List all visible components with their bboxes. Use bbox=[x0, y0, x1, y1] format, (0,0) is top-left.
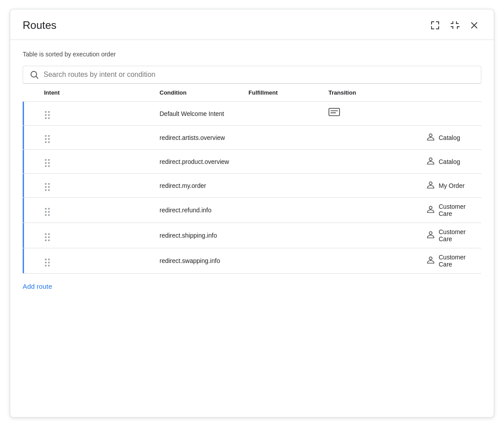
intent-cell: redirect.swapping.info bbox=[156, 248, 245, 274]
page-transition-icon bbox=[426, 231, 435, 240]
transition-value: Catalog bbox=[426, 157, 478, 166]
svg-point-6 bbox=[429, 158, 432, 160]
transition-value: Customer Care bbox=[426, 254, 478, 268]
header-icons bbox=[428, 18, 481, 32]
modal-title: Routes bbox=[23, 19, 56, 32]
svg-rect-1 bbox=[329, 108, 340, 115]
expand-icon[interactable] bbox=[428, 18, 442, 32]
fulfillment-cell bbox=[325, 102, 423, 126]
transition-label: Customer Care bbox=[439, 203, 478, 217]
drag-handle-cell bbox=[40, 174, 156, 198]
table-row: redirect.refund.info Customer Care bbox=[23, 198, 481, 223]
col-fulfillment-header: Fulfillment bbox=[245, 84, 325, 102]
col-transition-header: Transition bbox=[325, 84, 423, 102]
condition-cell bbox=[245, 198, 325, 223]
transition-label: Customer Care bbox=[439, 228, 478, 243]
search-bar bbox=[23, 66, 481, 84]
transition-label: Customer Care bbox=[439, 254, 478, 268]
drag-handle-cell bbox=[40, 198, 156, 223]
drag-handle[interactable] bbox=[44, 207, 51, 217]
routes-table: Intent Condition Fulfillment Transition bbox=[23, 84, 481, 274]
transition-cell: Customer Care bbox=[423, 248, 481, 274]
transition-cell bbox=[423, 102, 481, 126]
intent-cell: redirect.my.order bbox=[156, 174, 245, 198]
drag-handle[interactable] bbox=[44, 134, 51, 144]
drag-handle-cell bbox=[40, 248, 156, 274]
table-header: Intent Condition Fulfillment Transition bbox=[23, 84, 481, 102]
table-row: redirect.product.overview Catalog bbox=[23, 150, 481, 174]
drag-handle[interactable] bbox=[44, 258, 51, 267]
transition-label: Catalog bbox=[439, 134, 460, 141]
condition-cell bbox=[245, 174, 325, 198]
drag-handle[interactable] bbox=[44, 232, 51, 242]
routes-modal: Routes Table is sorted by execution orde… bbox=[10, 9, 494, 418]
transition-cell: Catalog bbox=[423, 150, 481, 174]
intent-text: redirect.my.order bbox=[160, 182, 206, 189]
svg-point-10 bbox=[429, 206, 432, 209]
table-row: redirect.shipping.info Customer Care bbox=[23, 223, 481, 248]
fulfillment-cell bbox=[325, 198, 423, 223]
intent-cell: redirect.product.overview bbox=[156, 150, 245, 174]
intent-cell: redirect.artists.overview bbox=[156, 126, 245, 150]
drag-handle-cell bbox=[40, 150, 156, 174]
fulfillment-cell bbox=[325, 223, 423, 248]
table-row: redirect.artists.overview Catalog bbox=[23, 126, 481, 150]
intent-text: redirect.shipping.info bbox=[160, 232, 217, 239]
transition-value: My Order bbox=[426, 181, 478, 190]
condition-cell bbox=[245, 223, 325, 248]
transition-value: Catalog bbox=[426, 133, 478, 142]
table-row: Default Welcome Intent bbox=[23, 102, 481, 126]
drag-handle[interactable] bbox=[44, 182, 51, 192]
transition-cell: My Order bbox=[423, 174, 481, 198]
drag-handle-cell bbox=[40, 102, 156, 126]
drag-handle-cell bbox=[40, 223, 156, 248]
condition-cell bbox=[245, 248, 325, 274]
svg-point-12 bbox=[429, 231, 432, 234]
collapse-icon[interactable] bbox=[448, 18, 462, 32]
intent-text: redirect.product.overview bbox=[160, 158, 229, 165]
fulfillment-cell bbox=[325, 174, 423, 198]
intent-cell: redirect.shipping.info bbox=[156, 223, 245, 248]
page-transition-icon bbox=[426, 206, 435, 215]
svg-point-4 bbox=[429, 134, 432, 136]
col-drag bbox=[23, 84, 40, 102]
svg-point-14 bbox=[429, 257, 432, 259]
intent-cell: Default Welcome Intent bbox=[156, 102, 245, 126]
search-input[interactable] bbox=[44, 71, 475, 79]
intent-text: redirect.refund.info bbox=[160, 207, 212, 214]
fulfillment-cell bbox=[325, 150, 423, 174]
intent-text: redirect.swapping.info bbox=[160, 257, 220, 264]
page-transition-icon bbox=[426, 157, 435, 166]
modal-header: Routes bbox=[10, 9, 494, 40]
condition-cell bbox=[245, 126, 325, 150]
drag-handle[interactable] bbox=[44, 110, 51, 120]
drag-handle[interactable] bbox=[44, 158, 51, 168]
transition-value: Customer Care bbox=[426, 203, 478, 217]
table-row: redirect.my.order My Order bbox=[23, 174, 481, 198]
close-icon[interactable] bbox=[467, 18, 481, 32]
transition-label: My Order bbox=[439, 182, 464, 189]
modal-body: Table is sorted by execution order Inten… bbox=[10, 40, 494, 417]
table-row: redirect.swapping.info Customer Care bbox=[23, 248, 481, 274]
sort-label: Table is sorted by execution order bbox=[23, 51, 481, 58]
table-body: Default Welcome Intent bbox=[23, 102, 481, 274]
svg-point-8 bbox=[429, 182, 432, 184]
message-fulfillment-icon bbox=[328, 108, 340, 118]
add-route-button[interactable]: Add route bbox=[23, 279, 52, 294]
intent-cell: redirect.refund.info bbox=[156, 198, 245, 223]
intent-text: Default Welcome Intent bbox=[160, 110, 224, 117]
transition-value: Customer Care bbox=[426, 228, 478, 243]
condition-cell bbox=[245, 102, 325, 126]
page-transition-icon bbox=[426, 133, 435, 142]
intent-text: redirect.artists.overview bbox=[160, 134, 225, 141]
condition-cell bbox=[245, 150, 325, 174]
search-icon bbox=[29, 70, 39, 80]
page-transition-icon bbox=[426, 181, 435, 190]
fulfillment-cell bbox=[325, 126, 423, 150]
col-intent-header: Intent bbox=[40, 84, 156, 102]
transition-cell: Customer Care bbox=[423, 223, 481, 248]
transition-cell: Catalog bbox=[423, 126, 481, 150]
col-condition-header: Condition bbox=[156, 84, 245, 102]
fulfillment-cell bbox=[325, 248, 423, 274]
page-transition-icon bbox=[426, 256, 435, 265]
